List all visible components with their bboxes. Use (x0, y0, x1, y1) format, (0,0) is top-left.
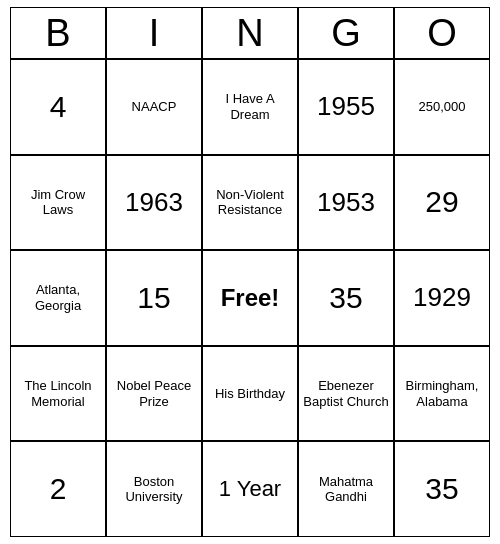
bingo-cell-16: Nobel Peace Prize (106, 346, 202, 442)
bingo-cell-11: 15 (106, 250, 202, 346)
bingo-cell-3: 1955 (298, 59, 394, 155)
bingo-cell-10: Atlanta, Georgia (10, 250, 106, 346)
bingo-cell-4: 250,000 (394, 59, 490, 155)
bingo-cell-17: His Birthday (202, 346, 298, 442)
bingo-header: BINGO (10, 7, 490, 59)
bingo-cell-19: Birmingham, Alabama (394, 346, 490, 442)
header-letter: O (394, 7, 490, 59)
bingo-grid: 4NAACPI Have A Dream1955250,000Jim Crow … (10, 59, 490, 537)
bingo-cell-22: 1 Year (202, 441, 298, 537)
bingo-cell-20: 2 (10, 441, 106, 537)
bingo-cell-2: I Have A Dream (202, 59, 298, 155)
bingo-cell-12: Free! (202, 250, 298, 346)
bingo-cell-6: 1963 (106, 155, 202, 251)
bingo-cell-7: Non-Violent Resistance (202, 155, 298, 251)
header-letter: B (10, 7, 106, 59)
bingo-cell-23: Mahatma Gandhi (298, 441, 394, 537)
bingo-cell-14: 1929 (394, 250, 490, 346)
header-letter: G (298, 7, 394, 59)
bingo-cell-9: 29 (394, 155, 490, 251)
bingo-card: BINGO 4NAACPI Have A Dream1955250,000Jim… (10, 7, 490, 537)
bingo-cell-15: The Lincoln Memorial (10, 346, 106, 442)
bingo-cell-8: 1953 (298, 155, 394, 251)
bingo-cell-5: Jim Crow Laws (10, 155, 106, 251)
header-letter: N (202, 7, 298, 59)
header-letter: I (106, 7, 202, 59)
bingo-cell-18: Ebenezer Baptist Church (298, 346, 394, 442)
bingo-cell-13: 35 (298, 250, 394, 346)
bingo-cell-0: 4 (10, 59, 106, 155)
bingo-cell-21: Boston University (106, 441, 202, 537)
bingo-cell-24: 35 (394, 441, 490, 537)
bingo-cell-1: NAACP (106, 59, 202, 155)
